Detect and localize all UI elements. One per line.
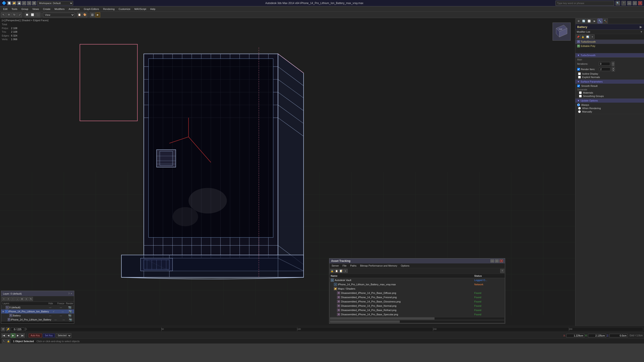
smoothing-groups-checkbox[interactable] — [579, 95, 582, 97]
render-iters-checkbox[interactable] — [577, 68, 580, 71]
search-icon[interactable]: 🔍 — [616, 1, 620, 5]
menu-edit[interactable]: Edit — [1, 7, 9, 11]
prev-frame-btn[interactable]: ◀ — [6, 333, 10, 338]
layers-new-btn[interactable]: + — [2, 297, 6, 301]
menu-group[interactable]: Group — [20, 7, 30, 11]
menu-animation[interactable]: Animation — [67, 7, 82, 11]
goto-start-btn[interactable]: |◀ — [1, 333, 6, 338]
mod-pin-btn[interactable]: 📌 — [576, 34, 580, 39]
render-btn[interactable]: ▶ — [95, 12, 100, 17]
selection-icon[interactable]: ↖ — [2, 339, 6, 343]
modifier-list-expand[interactable]: ▼ — [640, 30, 643, 33]
panel-tab-display[interactable]: 🖥 — [576, 18, 581, 23]
select-btn[interactable]: ↖ — [1, 12, 6, 17]
help-icon[interactable]: ? — [622, 1, 626, 5]
menu-modifiers[interactable]: Modifiers — [52, 7, 66, 11]
table-row[interactable]: f iPhone_14_Pro_Lithium_Ion_Battery_max_… — [329, 282, 505, 287]
asset-tb-btn1[interactable]: 🔒 — [330, 269, 334, 273]
table-row[interactable]: 🖼 Disassembled_iPhone_14_Pro_Base_Specul… — [329, 312, 505, 317]
table-row[interactable]: V Autodesk Vault Logged O... — [329, 278, 505, 282]
move-btn[interactable]: ✛ — [6, 12, 11, 17]
iterations-spinner[interactable]: ▲ ▼ — [612, 61, 615, 66]
search-input[interactable] — [556, 1, 614, 6]
modifier-item-turbosmooth[interactable]: 👁 TurboSmooth — [576, 40, 644, 44]
render-iters-spinner[interactable]: ▲ ▼ — [612, 67, 615, 71]
isoline-checkbox[interactable] — [578, 72, 581, 75]
list-item[interactable]: P iPhone_14_Pro_Lithium_Ion_Battery — — … — [1, 318, 74, 322]
asset-restore-btn[interactable]: □ — [495, 259, 499, 263]
update-options-bar[interactable]: ▼ Update Options — [576, 99, 644, 103]
auto-key-btn[interactable]: Auto Key — [29, 334, 42, 338]
rotate-btn[interactable]: ↻ — [12, 12, 17, 17]
render-setup-btn[interactable]: 🖼 — [90, 12, 95, 17]
lock-icon[interactable]: 🔒 — [6, 339, 10, 343]
reference-dropdown[interactable]: View — [43, 13, 74, 17]
save-btn[interactable]: 💾 — [17, 1, 21, 5]
material-editor-btn[interactable]: 🎨 — [82, 12, 87, 17]
render-iters-up[interactable]: ▲ — [612, 67, 615, 69]
explicit-normals-checkbox[interactable] — [578, 76, 581, 78]
asset-tb-help[interactable]: ? — [500, 269, 504, 273]
layers-filter-btn[interactable]: ≡ — [24, 297, 28, 301]
menu-tools[interactable]: Tools — [10, 7, 19, 11]
layer-manager-btn[interactable]: 📋 — [77, 12, 82, 17]
layers-close-btn[interactable]: × — [70, 292, 72, 295]
key-mode-btn[interactable]: 🔑 — [6, 327, 10, 331]
turbosmooth-section-bar[interactable]: ▼ TurboSmooth — [576, 53, 644, 57]
asset-menu-bitmap[interactable]: Bitmap Performance and Memory — [358, 264, 399, 268]
menu-create[interactable]: Create — [41, 7, 52, 11]
table-row[interactable]: 🖼 Disassembled_iPhone_14_Pro_Base_Diffus… — [329, 291, 505, 295]
timeline-track[interactable]: 0 50 100 150 200 — [25, 327, 643, 331]
layers-settings-btn[interactable]: ⚙ — [20, 297, 24, 301]
panel-expand-btn[interactable]: ▶ — [640, 25, 642, 29]
table-row[interactable]: 🖼 Disassembled_iPhone_14_Pro_Base_Fresne… — [329, 295, 505, 300]
layers-help-btn[interactable]: ? — [68, 292, 70, 295]
z-coord-input[interactable] — [610, 334, 628, 338]
goto-end-btn[interactable]: ▶| — [20, 333, 25, 338]
table-row[interactable]: 📁 Maps / Shaders — [329, 287, 505, 291]
viewport-main[interactable]: [+] [Perspective] [ Shaded + Edged Faces… — [0, 18, 575, 326]
mirror-btn[interactable]: ⬜ — [30, 12, 35, 17]
render-iters-input[interactable] — [599, 67, 610, 71]
table-row[interactable]: 🖼 Disassembled_iPhone_14_Pro_Base_Glossi… — [329, 300, 505, 304]
render-iters-down[interactable]: ▼ — [612, 69, 615, 71]
table-row[interactable]: 🖼 Disassembled_iPhone_14_Pro_Base_Refrac… — [329, 308, 505, 312]
minimize-button[interactable]: — — [627, 1, 631, 5]
menu-rendering[interactable]: Rendering — [101, 7, 116, 11]
asset-scrollbar-thumb[interactable] — [330, 317, 434, 320]
panel-tab-render[interactable]: 🔄 — [581, 18, 586, 23]
next-frame-btn[interactable]: ▶ — [16, 333, 20, 338]
smooth-result-checkbox[interactable] — [577, 85, 580, 87]
layers-move-up-btn[interactable]: ↑ — [11, 297, 15, 301]
undo-btn[interactable]: ↩ — [22, 1, 26, 5]
layers-delete-btn[interactable]: × — [6, 297, 10, 301]
modifier-item-editable-poly[interactable]: 👁 Editable Poly — [576, 44, 644, 48]
layers-move-down-btn[interactable]: ↓ — [15, 297, 20, 301]
mod-remove-btn[interactable]: ✕ — [590, 34, 594, 39]
table-row[interactable]: 🖼 Disassembled_iPhone_14_Pro_Base_Normal… — [329, 304, 505, 308]
asset-tb-btn4[interactable]: ≡ — [344, 269, 348, 273]
scale-btn[interactable]: ⤢ — [17, 12, 22, 17]
panel-tab-utils[interactable]: 🔨 — [603, 18, 608, 23]
menu-help[interactable]: Help — [148, 7, 157, 11]
surface-params-bar[interactable]: ▼ Surface Parameters — [576, 80, 644, 84]
iterations-up[interactable]: ▲ — [612, 61, 615, 64]
menu-maxscript[interactable]: MAXScript — [133, 7, 148, 11]
align-btn[interactable]: ⬛ — [36, 12, 40, 17]
snaps-btn[interactable]: 🔲 — [24, 12, 30, 17]
manually-radio[interactable] — [578, 110, 581, 113]
settings-btn[interactable]: ⚙ — [32, 1, 36, 5]
list-item[interactable]: B Battery — — 📷 — [1, 314, 74, 318]
panel-tab-hierarchy[interactable]: ⬜ — [587, 18, 592, 23]
asset-minimize-btn[interactable]: — — [490, 259, 494, 263]
iterations-down[interactable]: ▼ — [612, 64, 615, 66]
layers-refresh-btn[interactable]: ↻ — [29, 297, 33, 301]
close-button[interactable]: × — [638, 1, 642, 5]
materials-checkbox[interactable] — [579, 91, 582, 94]
always-radio[interactable] — [577, 103, 580, 106]
iterations-input[interactable] — [599, 62, 610, 66]
filter-dropdown[interactable]: Selected — [56, 333, 71, 338]
asset-menu-file[interactable]: File — [340, 264, 348, 268]
turbosmooth-visibility-icon[interactable]: 👁 — [577, 40, 580, 43]
anim-mode-btn[interactable]: 🎬 — [1, 327, 5, 331]
